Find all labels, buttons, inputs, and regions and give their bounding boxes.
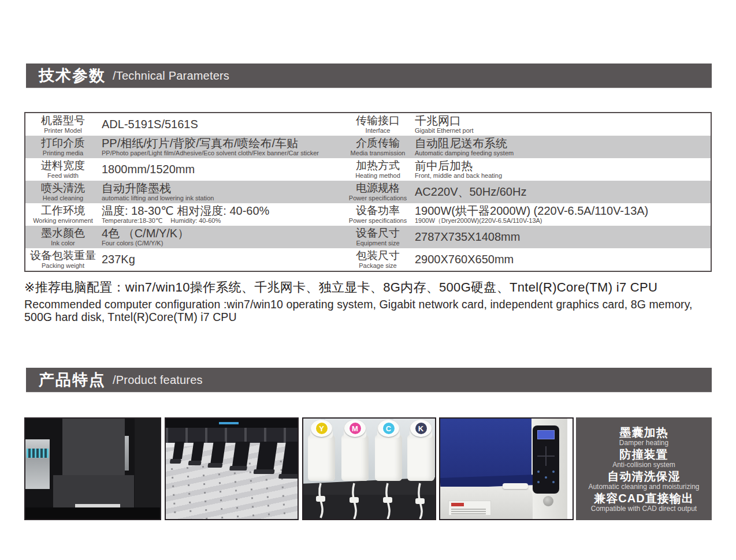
- spec-value-en: Four colors (C/M/Y/K): [102, 240, 163, 247]
- spec-label-en: Heating method: [355, 172, 400, 179]
- spec-value-zh: 自动升降墨栈: [102, 182, 171, 195]
- table-row: 设备包装重量 Packing weight 237Kg 包装尺寸 Package…: [25, 248, 711, 271]
- spec-label: 墨水颜色 Ink color: [25, 226, 101, 248]
- spec-value-en: Gigabit Ethernet port: [415, 127, 474, 134]
- keypad-arrow-row: [537, 456, 555, 457]
- spec-value: 千兆网口 Gigabit Ethernet port: [412, 113, 711, 136]
- section-title-zh: 技术参数: [39, 65, 106, 86]
- warning-label-red-mark: [451, 503, 464, 506]
- section-title-en: /Product features: [113, 374, 203, 387]
- spec-label: 进料宽度 Feed width: [25, 158, 101, 181]
- feature-list-panel: 墨囊加热 Damper heating 防撞装置 Anti-collision …: [576, 417, 712, 520]
- product-spec-page: 技术参数 /Technical Parameters 机器型号 Printer …: [0, 0, 736, 560]
- spec-value-en: Front, middle and back heating: [415, 172, 502, 179]
- feature-zh: 墨囊加热: [619, 426, 668, 439]
- spec-label-zh: 包装尺寸: [356, 250, 400, 262]
- feature-item: 兼容CAD直接输出 Compatible with CAD direct out…: [591, 492, 697, 513]
- spec-label: 介质传输 Media transmission: [343, 136, 412, 158]
- section-title-en: /Technical Parameters: [113, 69, 229, 83]
- keypad-key: [545, 476, 547, 479]
- spec-value-en: automatic lifting and lowering ink stati…: [102, 195, 214, 201]
- photo-printhead-row: [165, 417, 299, 520]
- spec-value: 自动阻尼送布系统 Automatic damping feeding syste…: [412, 136, 711, 158]
- spec-label-en: Interface: [366, 127, 391, 134]
- lcd-screen: [537, 430, 555, 439]
- feature-zh: 兼容CAD直接输出: [591, 492, 697, 505]
- table-row: 打印介质 Printing media PP/相纸/灯片/背胶/写真布/喷绘布/…: [25, 136, 711, 158]
- gantry-beam: [166, 428, 298, 443]
- spec-value-zh: AC220V、50Hz/60Hz: [415, 186, 526, 199]
- spec-value-zh: 237Kg: [102, 253, 135, 266]
- machine-side-panel: [135, 419, 160, 520]
- spec-label: 设备尺寸 Equipment size: [343, 226, 412, 248]
- photo-ink-bottles: Y M C K: [302, 417, 436, 520]
- keypad-key: [552, 471, 555, 473]
- spec-label: 包装尺寸 Package size: [343, 248, 412, 271]
- spec-label-zh: 介质传输: [356, 137, 400, 150]
- spec-label: 设备包装重量 Packing weight: [25, 248, 101, 271]
- spec-label: 设备功率 Power specifications: [343, 203, 412, 226]
- power-button: [543, 496, 553, 506]
- keypad-key: [537, 481, 540, 483]
- spec-label-en: Working environment: [33, 217, 93, 224]
- spec-label-zh: 设备功率: [356, 205, 400, 217]
- spec-label: 电源规格 Power specifications: [343, 181, 412, 203]
- spec-value-zh: 1900W(烘干器2000W) (220V-6.5A/110V-13A): [415, 205, 648, 218]
- spec-label-zh: 墨水颜色: [41, 227, 85, 240]
- table-row: 工作环境 Working environment 温度: 18-30℃ 相对湿度…: [25, 203, 711, 226]
- spec-value: 4色 （C/M/Y/K） Four colors (C/M/Y/K): [101, 226, 343, 248]
- spec-label-zh: 设备尺寸: [356, 227, 400, 240]
- printer-blue-cover: [440, 419, 531, 481]
- table-row: 进料宽度 Feed width 1800mm/1520mm 加热方式 Heati…: [25, 158, 711, 181]
- feature-en: Damper heating: [619, 439, 668, 447]
- spec-value-zh: ADL-5191S/5161S: [102, 118, 198, 131]
- spec-label: 机器型号 Printer Model: [25, 113, 101, 136]
- spec-value-zh: 千兆网口: [415, 115, 461, 128]
- carriage-base: [53, 475, 134, 507]
- spec-label-en: Power specifications: [349, 217, 407, 224]
- spec-value-en: Temperature:18-30℃ Humidity: 40-60%: [102, 217, 221, 224]
- spec-value: 2900X760X650mm: [412, 248, 711, 271]
- spec-label-zh: 电源规格: [356, 182, 400, 195]
- keypad-key: [552, 481, 555, 483]
- spec-value-zh: PP/相纸/灯片/背胶/写真布/喷绘布/车贴: [102, 137, 298, 150]
- spec-value-en: Automatic damping feeding system: [415, 150, 514, 156]
- photo-printer-carriage: [24, 417, 161, 520]
- warning-label-text-line: [451, 513, 486, 514]
- keypad-key: [537, 471, 540, 473]
- feature-en: Compatible with CAD direct output: [591, 505, 697, 513]
- table-row: 墨水颜色 Ink color 4色 （C/M/Y/K） Four colors …: [25, 226, 711, 248]
- feature-item: 自动清洗保湿 Automatic cleaning and moisturizi…: [588, 470, 699, 491]
- spec-label-en: Ink color: [51, 240, 75, 247]
- spec-value: 237Kg: [101, 248, 343, 271]
- printer-handle: [503, 483, 528, 489]
- spec-label-en: Package size: [359, 262, 396, 269]
- spec-label: 喷头清洗 Head cleaning: [25, 181, 101, 203]
- spec-label: 工作环境 Working environment: [25, 203, 101, 226]
- spec-value: 前中后加热 Front, middle and back heating: [412, 158, 711, 181]
- gantry-logo-mark: [219, 422, 239, 424]
- spec-value-zh: 4色 （C/M/Y/K）: [102, 227, 189, 240]
- spec-label: 传输接口 Interface: [343, 113, 412, 136]
- spec-label-en: Feed width: [47, 172, 79, 179]
- spec-label-en: Power specifications: [349, 195, 407, 201]
- spec-value: 1900W(烘干器2000W) (220V-6.5A/110V-13A) 190…: [412, 203, 711, 226]
- platen-vacuum-holes: [165, 455, 299, 520]
- ink-tubes: [303, 419, 435, 519]
- spec-label-zh: 机器型号: [41, 115, 85, 127]
- feature-item: 墨囊加热 Damper heating: [619, 426, 668, 447]
- feature-zh: 防撞装置: [612, 448, 675, 461]
- warning-label-text-line: [451, 509, 486, 510]
- spec-value-en: PP/Photo paper/Light film/Adhesive/Eco s…: [102, 150, 319, 156]
- spec-value-zh: 1800mm/1520mm: [102, 163, 195, 176]
- spec-label-en: Printer Model: [44, 127, 81, 134]
- control-keypad: [533, 425, 559, 494]
- spec-label: 打印介质 Printing media: [25, 136, 101, 158]
- spec-label-zh: 进料宽度: [41, 160, 85, 172]
- spec-value-en: 1900W（Dryer2000W)(220V-6.5A/110V-13A): [415, 217, 542, 224]
- machine-metal-rail: [25, 439, 50, 489]
- spec-label-en: Equipment size: [356, 240, 399, 247]
- table-row: 喷头清洗 Head cleaning 自动升降墨栈 automatic lift…: [25, 181, 711, 203]
- spec-value: ADL-5191S/5161S: [101, 113, 343, 136]
- machine-floor: [25, 507, 160, 519]
